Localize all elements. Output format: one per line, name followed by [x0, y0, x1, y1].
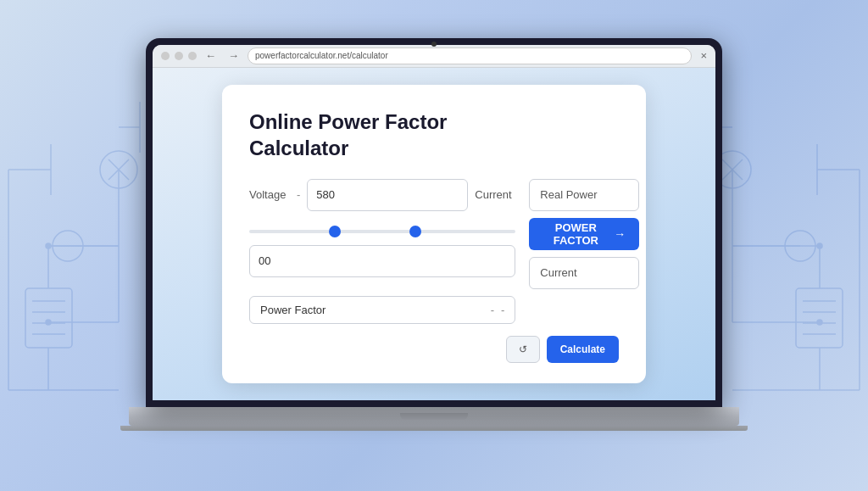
- real-power-result: Real Power: [529, 179, 639, 211]
- action-row: ↺ Calculate: [249, 336, 619, 363]
- camera-dot: [431, 42, 437, 47]
- power-factor-button[interactable]: POWER FACTOR →: [529, 218, 639, 250]
- svg-line-4: [108, 159, 129, 180]
- current-result-label: Current: [540, 266, 576, 279]
- voltage-input[interactable]: [307, 179, 468, 211]
- address-bar[interactable]: powerfactorcalculator.net/calculator: [248, 47, 692, 64]
- left-column: Voltage - Current: [249, 179, 515, 324]
- laptop-foot: [120, 426, 748, 431]
- browser-dot-3: [188, 52, 197, 60]
- laptop-notch: [400, 413, 468, 420]
- browser-window: ← → powerfactorcalculator.net/calculator…: [153, 45, 715, 400]
- page-title: Online Power Factor Calculator: [249, 109, 619, 161]
- svg-point-38: [817, 243, 822, 248]
- svg-point-28: [785, 231, 815, 261]
- forward-button[interactable]: →: [225, 49, 242, 62]
- value-input[interactable]: [249, 245, 515, 277]
- svg-rect-31: [796, 288, 843, 348]
- browser-dot-2: [175, 52, 183, 60]
- current-result: Current: [529, 257, 639, 289]
- right-column: Real Power POWER FACTOR → Current: [529, 179, 639, 324]
- voltage-label: Voltage: [249, 188, 290, 201]
- back-button[interactable]: ←: [202, 49, 220, 62]
- pf-sep-1: -: [491, 304, 494, 316]
- slider-thumb-left[interactable]: [329, 226, 341, 237]
- current-label: Current: [475, 188, 515, 201]
- slider-thumb-right[interactable]: [409, 226, 421, 237]
- calculator-card: Online Power Factor Calculator Voltage -: [222, 85, 646, 382]
- browser-toolbar: ← → powerfactorcalculator.net/calculator…: [153, 45, 715, 69]
- voltage-current-row: Voltage - Current: [249, 179, 515, 211]
- laptop-container: ← → powerfactorcalculator.net/calculator…: [129, 38, 739, 454]
- laptop-screen-bezel: ← → powerfactorcalculator.net/calculator…: [146, 38, 722, 407]
- value-row: [249, 245, 515, 277]
- browser-dot-1: [161, 52, 170, 60]
- separator-1: -: [297, 188, 300, 201]
- calculate-button[interactable]: Calculate: [547, 336, 619, 363]
- power-factor-btn-label: POWER FACTOR: [542, 221, 609, 247]
- real-power-label: Real Power: [540, 188, 597, 201]
- power-factor-label: Power Factor: [260, 304, 484, 316]
- close-tab-button[interactable]: ×: [700, 49, 707, 62]
- slider-track[interactable]: [249, 230, 515, 233]
- svg-point-17: [46, 320, 51, 325]
- main-content: Voltage - Current: [249, 179, 619, 324]
- address-text: powerfactorcalculator.net/calculator: [255, 51, 388, 60]
- pf-sep-2: -: [501, 304, 504, 316]
- arrow-icon: →: [614, 227, 626, 241]
- svg-rect-8: [25, 288, 72, 348]
- svg-point-40: [817, 320, 822, 325]
- slider-row: [249, 230, 515, 233]
- svg-line-3: [108, 159, 129, 180]
- svg-point-15: [46, 243, 51, 248]
- power-factor-row: Power Factor - -: [249, 296, 515, 324]
- laptop-base: [129, 407, 739, 426]
- browser-content: Online Power Factor Calculator Voltage -: [153, 68, 715, 399]
- reset-button[interactable]: ↺: [506, 336, 540, 363]
- svg-point-5: [53, 231, 83, 261]
